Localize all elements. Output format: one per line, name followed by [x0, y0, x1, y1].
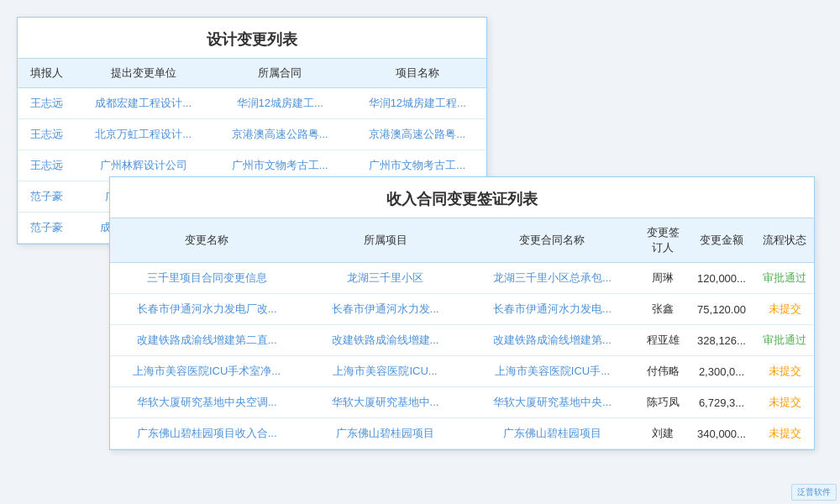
table-cell: 刘建	[638, 418, 688, 449]
table-cell[interactable]: 范子豪	[18, 181, 75, 213]
table-cell[interactable]: 改建铁路成渝线增建第二直...	[110, 325, 303, 356]
table-cell[interactable]: 范子豪	[18, 213, 75, 244]
main-container: 设计变更列表 填报人 提出变更单位 所属合同 项目名称 王志远成都宏建工程设计.…	[0, 0, 840, 504]
table-cell: 审批通过	[755, 263, 814, 294]
design-change-header-row: 填报人 提出变更单位 所属合同 项目名称	[18, 59, 486, 88]
table-cell: 未提交	[755, 387, 814, 418]
table-cell[interactable]: 北京万虹工程设计...	[75, 119, 212, 150]
table-cell[interactable]: 三千里项目合同变更信息	[110, 263, 303, 294]
income-contract-header-row: 变更名称 所属项目 变更合同名称 变更签订人 变更金额 流程状态	[110, 218, 814, 263]
table-cell: 340,000...	[688, 418, 755, 449]
col-change-name: 变更名称	[110, 218, 303, 263]
watermark-icon: 泛普软件	[797, 487, 831, 496]
table-cell[interactable]: 上海市美容医院ICU手...	[467, 356, 638, 387]
table-cell[interactable]: 华软大厦研究基地中...	[303, 387, 467, 418]
table-cell[interactable]: 华润12城房建工程...	[349, 88, 486, 119]
table-cell[interactable]: 长春市伊通河水力发电...	[467, 294, 638, 325]
table-cell[interactable]: 华软大厦研究基地中央空调...	[110, 387, 303, 418]
table-cell[interactable]: 华软大厦研究基地中央...	[467, 387, 638, 418]
table-cell[interactable]: 改建铁路成渝线增建第...	[467, 325, 638, 356]
table-cell[interactable]: 上海市美容医院ICU手术室净...	[110, 356, 303, 387]
table-cell: 2,300,0...	[688, 356, 755, 387]
table-cell[interactable]: 京港澳高速公路粤...	[212, 119, 349, 150]
table-cell: 未提交	[755, 356, 814, 387]
col-amount: 变更金额	[688, 218, 755, 263]
table-cell[interactable]: 京港澳高速公路粤...	[349, 119, 486, 150]
col-signer: 变更签订人	[638, 218, 688, 263]
col-project: 所属项目	[303, 218, 467, 263]
table-cell: 328,126...	[688, 325, 755, 356]
table-row: 王志远北京万虹工程设计...京港澳高速公路粤...京港澳高速公路粤...	[18, 119, 486, 150]
table-cell[interactable]: 成都宏建工程设计...	[75, 88, 212, 119]
table-cell[interactable]: 王志远	[18, 88, 75, 119]
table-cell[interactable]: 长春市伊通河水力发电厂改...	[110, 294, 303, 325]
table-cell[interactable]: 华润12城房建工...	[212, 88, 349, 119]
table-cell: 程亚雄	[638, 325, 688, 356]
table-row: 三千里项目合同变更信息龙湖三千里小区龙湖三千里小区总承包...周琳120,000…	[110, 263, 814, 294]
col-project: 项目名称	[349, 59, 486, 88]
col-contract-name: 变更合同名称	[467, 218, 638, 263]
table-cell[interactable]: 广东佛山碧桂园项目	[467, 418, 638, 449]
table-cell[interactable]: 改建铁路成渝线增建...	[303, 325, 467, 356]
income-contract-title: 收入合同变更签证列表	[110, 177, 814, 218]
table-cell: 120,000...	[688, 263, 755, 294]
table-cell[interactable]: 上海市美容医院ICU...	[303, 356, 467, 387]
table-cell: 周琳	[638, 263, 688, 294]
table-cell[interactable]: 龙湖三千里小区	[303, 263, 467, 294]
col-reporter: 填报人	[18, 59, 75, 88]
watermark: 泛普软件	[791, 484, 837, 501]
table-cell: 陈巧凤	[638, 387, 688, 418]
table-cell[interactable]: 长春市伊通河水力发...	[303, 294, 467, 325]
income-contract-table: 变更名称 所属项目 变更合同名称 变更签订人 变更金额 流程状态 三千里项目合同…	[110, 218, 814, 449]
table-cell[interactable]: 王志远	[18, 119, 75, 150]
income-contract-table-card: 收入合同变更签证列表 变更名称 所属项目 变更合同名称 变更签订人 变更金额 流…	[109, 176, 815, 450]
table-cell: 未提交	[755, 294, 814, 325]
table-cell[interactable]: 王志远	[18, 150, 75, 181]
table-cell: 75,120.00	[688, 294, 755, 325]
table-row: 王志远成都宏建工程设计...华润12城房建工...华润12城房建工程...	[18, 88, 486, 119]
table-row: 改建铁路成渝线增建第二直...改建铁路成渝线增建...改建铁路成渝线增建第...…	[110, 325, 814, 356]
table-row: 长春市伊通河水力发电厂改...长春市伊通河水力发...长春市伊通河水力发电...…	[110, 294, 814, 325]
table-cell: 6,729,3...	[688, 387, 755, 418]
table-row: 华软大厦研究基地中央空调...华软大厦研究基地中...华软大厦研究基地中央...…	[110, 387, 814, 418]
table-cell[interactable]: 广东佛山碧桂园项目	[303, 418, 467, 449]
table-row: 上海市美容医院ICU手术室净...上海市美容医院ICU...上海市美容医院ICU…	[110, 356, 814, 387]
table-cell: 付伟略	[638, 356, 688, 387]
table-cell[interactable]: 龙湖三千里小区总承包...	[467, 263, 638, 294]
col-contract: 所属合同	[212, 59, 349, 88]
col-status: 流程状态	[755, 218, 814, 263]
col-unit: 提出变更单位	[75, 59, 212, 88]
table-cell[interactable]: 广东佛山碧桂园项目收入合...	[110, 418, 303, 449]
table-cell: 未提交	[755, 418, 814, 449]
table-cell: 审批通过	[755, 325, 814, 356]
design-change-title: 设计变更列表	[18, 18, 486, 58]
table-row: 广东佛山碧桂园项目收入合...广东佛山碧桂园项目广东佛山碧桂园项目刘建340,0…	[110, 418, 814, 449]
table-cell: 张鑫	[638, 294, 688, 325]
